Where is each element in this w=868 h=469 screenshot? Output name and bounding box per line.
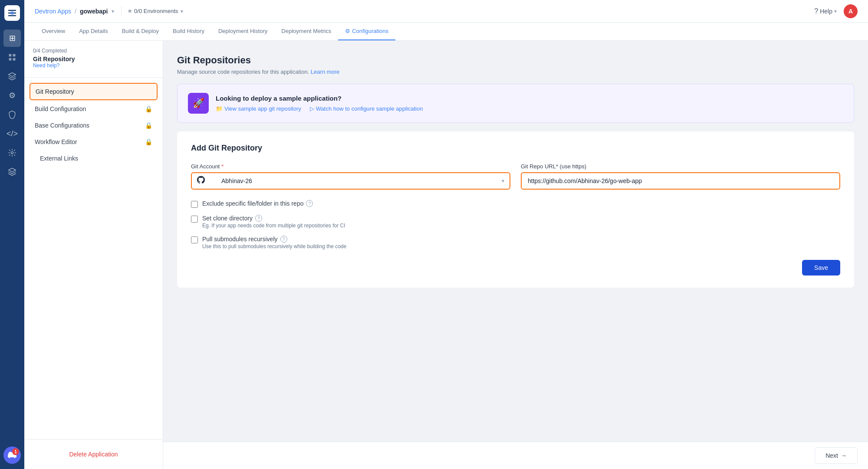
git-account-select-wrapper: Abhinav-26 ▾ bbox=[191, 172, 510, 190]
rail-icon-settings2[interactable] bbox=[3, 144, 21, 161]
left-menu-item-external-links[interactable]: External Links bbox=[30, 151, 158, 166]
tab-configurations[interactable]: ⚙Configurations bbox=[338, 23, 395, 40]
topbar-left: Devtron Apps / gowebapi ▾ ≡ 0/0 Environm… bbox=[35, 6, 183, 16]
content-area: 0/4 Completed Git Repository Need help? … bbox=[24, 41, 868, 469]
tab-deployment-metrics[interactable]: Deployment Metrics bbox=[274, 23, 338, 40]
git-repo-url-group: Git Repo URL* (use https) bbox=[521, 163, 840, 190]
svg-point-5 bbox=[11, 152, 13, 154]
help-button[interactable]: ? Help ▾ bbox=[814, 7, 837, 15]
breadcrumb-sep: / bbox=[75, 8, 76, 15]
view-sample-repo-link[interactable]: 📁 View sample app git repository bbox=[216, 105, 301, 112]
main-container: Devtron Apps / gowebapi ▾ ≡ 0/0 Environm… bbox=[24, 0, 868, 469]
tab-deployment-history[interactable]: Deployment History bbox=[211, 23, 274, 40]
rail-icon-cube[interactable] bbox=[3, 68, 21, 85]
play-icon: ▷ bbox=[310, 105, 314, 112]
filter-icon: ≡ bbox=[128, 8, 132, 14]
watch-configure-link[interactable]: ▷ Watch how to configure sample applicat… bbox=[310, 105, 423, 112]
rail-icon-apps[interactable] bbox=[3, 49, 21, 66]
delete-application-button[interactable]: Delete Application bbox=[31, 446, 156, 462]
avatar[interactable]: A bbox=[844, 4, 858, 18]
sample-links: 📁 View sample app git repository ▷ Watch… bbox=[216, 105, 843, 112]
next-label: Next bbox=[825, 452, 838, 459]
exclude-files-row: Exclude specific file/folder in this rep… bbox=[191, 200, 840, 208]
rail-icon-shield[interactable] bbox=[3, 106, 21, 123]
card-footer: Save bbox=[191, 260, 840, 275]
discord-badge: 1 bbox=[12, 448, 19, 455]
git-account-group: Git Account * Abhinav-26 ▾ bbox=[191, 163, 510, 190]
form-row-repo: Git Account * Abhinav-26 ▾ bbox=[191, 163, 840, 190]
external-links-label: External Links bbox=[40, 155, 78, 162]
rail-icon-layers[interactable] bbox=[3, 163, 21, 180]
gear-tab-icon: ⚙ bbox=[345, 28, 350, 34]
need-help-link[interactable]: Need help? bbox=[33, 62, 154, 69]
left-menu-item-base-configurations[interactable]: Base Configurations 🔒 bbox=[30, 118, 158, 133]
sample-banner-title: Looking to deploy a sample application? bbox=[216, 95, 843, 102]
pull-submodules-info-icon[interactable]: ? bbox=[280, 236, 287, 243]
subtitle-text: Manage source code repositories for this… bbox=[177, 69, 309, 75]
topbar: Devtron Apps / gowebapi ▾ ≡ 0/0 Environm… bbox=[24, 0, 868, 23]
rail-icon-code[interactable]: </> bbox=[3, 125, 21, 142]
nav-tabs: Overview App Details Build & Deploy Buil… bbox=[24, 23, 868, 41]
git-account-required: * bbox=[221, 163, 224, 170]
github-icon bbox=[197, 176, 205, 186]
set-clone-dir-sublabel: Eg. If your app needs code from multiple… bbox=[202, 223, 345, 229]
exclude-files-label: Exclude specific file/folder in this rep… bbox=[202, 200, 313, 207]
logo[interactable] bbox=[4, 5, 20, 21]
svg-point-0 bbox=[10, 11, 14, 15]
topbar-divider bbox=[121, 6, 122, 16]
build-configuration-label: Build Configuration bbox=[35, 105, 86, 112]
base-configurations-lock-icon: 🔒 bbox=[145, 122, 152, 129]
left-panel-divider bbox=[24, 77, 163, 78]
help-circle-icon: ? bbox=[814, 7, 818, 15]
build-configuration-lock-icon: 🔒 bbox=[145, 105, 152, 112]
git-repo-url-input[interactable] bbox=[521, 172, 840, 190]
env-dropdown-icon: ▾ bbox=[181, 8, 183, 14]
page-subtitle: Manage source code repositories for this… bbox=[177, 69, 854, 75]
pull-submodules-checkbox[interactable] bbox=[191, 236, 198, 243]
card-title: Add Git Repository bbox=[191, 144, 840, 153]
discord-section: 1 bbox=[3, 446, 21, 464]
completed-text: 0/4 Completed bbox=[33, 48, 154, 54]
tab-app-details[interactable]: App Details bbox=[72, 23, 115, 40]
left-menu-item-build-configuration[interactable]: Build Configuration 🔒 bbox=[30, 101, 158, 117]
view-sample-repo-label: View sample app git repository bbox=[224, 105, 301, 112]
exclude-files-label-wrap: Exclude specific file/folder in this rep… bbox=[202, 200, 313, 207]
base-configurations-label: Base Configurations bbox=[35, 122, 89, 129]
rail-icon-grid[interactable]: ⊞ bbox=[3, 30, 21, 47]
learn-more-link[interactable]: Learn more bbox=[311, 69, 339, 75]
help-label: Help bbox=[820, 8, 832, 15]
left-panel-footer: Delete Application bbox=[24, 439, 163, 469]
save-button[interactable]: Save bbox=[802, 260, 840, 275]
icon-rail: ⊞ ⚙ </> 1 bbox=[0, 0, 24, 469]
left-menu-item-workflow-editor[interactable]: Workflow Editor 🔒 bbox=[30, 134, 158, 150]
set-clone-dir-label: Set clone directory ? bbox=[202, 215, 345, 222]
next-button[interactable]: Next → bbox=[815, 447, 858, 464]
set-clone-dir-row: Set clone directory ? Eg. If your app ne… bbox=[191, 215, 840, 229]
git-repository-label: Git Repository bbox=[36, 88, 74, 95]
set-clone-dir-info-icon[interactable]: ? bbox=[255, 215, 262, 222]
git-account-chevron-icon: ▾ bbox=[502, 178, 504, 184]
pull-submodules-row: Pull submodules recursively ? Use this t… bbox=[191, 236, 840, 249]
left-panel-section-title: Git Repository bbox=[33, 56, 154, 62]
svg-rect-4 bbox=[13, 58, 16, 61]
exclude-files-info-icon[interactable]: ? bbox=[306, 200, 313, 207]
app-dropdown-icon[interactable]: ▾ bbox=[112, 8, 114, 14]
tab-build-deploy[interactable]: Build & Deploy bbox=[115, 23, 166, 40]
env-selector[interactable]: ≡ 0/0 Environments ▾ bbox=[128, 8, 184, 14]
exclude-files-checkbox[interactable] bbox=[191, 201, 198, 208]
bottom-bar: Next → bbox=[163, 442, 868, 469]
git-account-select[interactable]: Abhinav-26 ▾ bbox=[191, 172, 510, 190]
left-menu-item-git-repository[interactable]: Git Repository bbox=[30, 83, 158, 100]
git-repo-url-label: Git Repo URL* (use https) bbox=[521, 163, 840, 170]
tab-build-history[interactable]: Build History bbox=[166, 23, 211, 40]
left-menu: Git Repository Build Configuration 🔒 Bas… bbox=[24, 83, 163, 439]
tab-overview[interactable]: Overview bbox=[35, 23, 72, 40]
rail-icon-gear[interactable]: ⚙ bbox=[3, 87, 21, 104]
help-chevron-icon: ▾ bbox=[834, 8, 837, 14]
topbar-right: ? Help ▾ A bbox=[814, 4, 858, 18]
app-name[interactable]: gowebapi bbox=[80, 8, 108, 15]
brand-link[interactable]: Devtron Apps bbox=[35, 8, 71, 15]
sample-app-banner: 🚀 Looking to deploy a sample application… bbox=[177, 84, 854, 123]
set-clone-dir-checkbox[interactable] bbox=[191, 216, 198, 223]
pull-submodules-sublabel: Use this to pull submodules recursively … bbox=[202, 243, 346, 249]
